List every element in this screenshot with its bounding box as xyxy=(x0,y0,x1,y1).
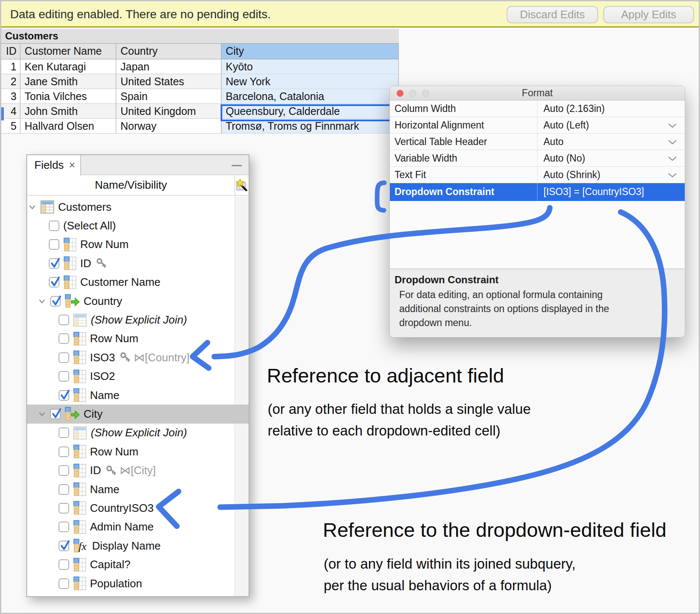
table-cell[interactable]: John Smith xyxy=(20,104,116,119)
format-row-value[interactable]: Auto (Shrink) xyxy=(538,167,685,183)
table-cell[interactable]: 2 xyxy=(1,74,20,89)
checkbox-checked[interactable] xyxy=(49,258,59,269)
close-icon[interactable]: × xyxy=(69,159,75,171)
col-icon xyxy=(73,501,86,515)
fields-tab-bar: Fields× xyxy=(27,155,249,175)
field-item-customer-name[interactable]: Customer Name xyxy=(27,273,249,292)
zoom-traffic-light-icon[interactable] xyxy=(422,90,429,97)
field-item-admin-name[interactable]: Admin Name xyxy=(27,518,249,536)
table-cell[interactable]: Tonia Vilches xyxy=(20,89,116,104)
field-item--show-explicit-join-[interactable]: (Show Explicit Join) xyxy=(27,310,249,329)
field-label: Capital? xyxy=(90,558,130,571)
annotation-title-dropdown-field: Reference to the dropdown-edited field xyxy=(323,518,666,541)
checkbox-unchecked[interactable] xyxy=(59,503,69,514)
wand-cell[interactable] xyxy=(235,175,249,195)
format-row-value[interactable]: Auto xyxy=(538,134,685,150)
field-item-id[interactable]: ID⋈[City] xyxy=(27,461,249,480)
table-cell[interactable]: 1 xyxy=(1,59,20,74)
checkbox-unchecked[interactable] xyxy=(59,333,69,344)
magic-wand-icon xyxy=(236,179,248,192)
checkbox-unchecked[interactable] xyxy=(59,371,69,382)
table-cell[interactable]: United Kingdom xyxy=(116,104,221,119)
apply-edits-button[interactable]: Apply Edits xyxy=(603,6,694,23)
table-cell[interactable]: 3 xyxy=(1,89,20,104)
field-item-row-num[interactable]: Row Num xyxy=(27,235,249,254)
checkbox-unchecked[interactable] xyxy=(49,220,59,231)
field-item-iso3[interactable]: ISO3⋈[Country] xyxy=(27,348,249,367)
minimize-traffic-light-icon[interactable] xyxy=(409,90,416,97)
checkbox-unchecked[interactable] xyxy=(59,484,69,495)
field-item--select-all-[interactable]: (Select All) xyxy=(27,216,249,235)
column-header-country[interactable]: Country xyxy=(116,44,221,59)
table-cell[interactable]: 4 xyxy=(1,104,20,119)
checkbox-unchecked[interactable] xyxy=(59,315,69,325)
table-cell[interactable]: Hallvard Olsen xyxy=(20,119,116,134)
format-title-bar[interactable]: Format xyxy=(390,86,685,100)
close-traffic-light-icon[interactable] xyxy=(397,90,403,97)
column-header-customer-name[interactable]: Customer Name xyxy=(20,44,116,59)
table-cell[interactable]: Jane Smith xyxy=(20,74,116,89)
field-item-row-num[interactable]: Row Num xyxy=(27,329,249,348)
minimize-icon[interactable] xyxy=(232,165,242,166)
checkbox-checked[interactable] xyxy=(49,277,59,287)
table-cell[interactable]: Ken Kutaragi xyxy=(20,59,116,74)
field-item-city[interactable]: City xyxy=(27,405,249,423)
format-row-label: Text Fit xyxy=(390,167,538,183)
table-cell[interactable]: United States xyxy=(116,74,221,89)
format-row-value[interactable]: Auto (2.163in) xyxy=(538,100,685,117)
table-cell[interactable]: Norway xyxy=(116,119,221,134)
checkbox-unchecked[interactable] xyxy=(59,352,69,363)
table-cell[interactable]: 5 xyxy=(1,119,20,134)
tab-fields[interactable]: Fields× xyxy=(27,155,81,176)
checkbox-unchecked[interactable] xyxy=(49,239,59,250)
column-header-city[interactable]: City xyxy=(221,44,399,59)
field-item-name[interactable]: Name xyxy=(27,480,249,499)
format-row-column-width[interactable]: Column WidthAuto (2.163in) xyxy=(390,100,685,117)
field-item-capital-[interactable]: Capital? xyxy=(27,555,249,574)
table-cell[interactable]: Kyōto xyxy=(221,59,399,74)
table-cell[interactable]: Japan xyxy=(116,59,221,74)
column-header-id[interactable]: ID xyxy=(1,44,20,59)
format-row-dropdown-constraint[interactable]: Dropdown Constraint[ISO3] = [CountryISO3… xyxy=(390,183,685,201)
field-item-countryiso3[interactable]: CountryISO3 xyxy=(27,499,249,517)
discard-edits-button[interactable]: Discard Edits xyxy=(507,6,598,23)
field-item-name[interactable]: Name xyxy=(27,386,249,405)
format-row-text-fit[interactable]: Text FitAuto (Shrink) xyxy=(390,167,685,183)
field-item--show-explicit-join-[interactable]: (Show Explicit Join) xyxy=(27,424,249,442)
checkbox-unchecked[interactable] xyxy=(59,559,69,570)
checkbox-unchecked[interactable] xyxy=(59,427,69,438)
format-row-label: Horizontal Alignment xyxy=(390,117,538,133)
field-item-population[interactable]: Population xyxy=(27,574,249,593)
table-cell[interactable]: Spain xyxy=(116,89,221,104)
table-cell[interactable]: New York xyxy=(221,74,399,89)
checkbox-unchecked[interactable] xyxy=(59,447,69,457)
checkbox-checked[interactable] xyxy=(59,541,69,551)
format-row-horizontal-alignment[interactable]: Horizontal AlignmentAuto (Left) xyxy=(390,117,685,134)
field-item-id[interactable]: ID xyxy=(27,254,249,273)
field-item-country[interactable]: Country xyxy=(27,292,249,310)
checkbox-checked[interactable] xyxy=(50,409,61,419)
chevron-down-icon[interactable] xyxy=(28,203,36,211)
format-row-vertical-table-header[interactable]: Vertical Table HeaderAuto xyxy=(390,134,685,150)
chevron-down-icon[interactable] xyxy=(38,410,46,418)
field-item-customers[interactable]: Customers xyxy=(27,198,249,216)
field-label: Row Num xyxy=(80,238,129,251)
checkbox-unchecked[interactable] xyxy=(59,465,69,476)
field-item-row-num[interactable]: Row Num xyxy=(27,442,249,461)
checkbox-unchecked[interactable] xyxy=(59,522,69,532)
col-icon xyxy=(73,388,86,402)
table-cell[interactable]: Barcelona, Catalonia xyxy=(221,89,399,104)
checkbox-unchecked[interactable] xyxy=(59,578,69,589)
format-row-value[interactable]: Auto (No) xyxy=(538,150,685,166)
field-item-display-name[interactable]: fxDisplay Name xyxy=(27,536,249,555)
join-reference: ⋈[City] xyxy=(120,464,156,477)
chevron-down-icon xyxy=(668,156,677,161)
field-item-iso2[interactable]: ISO2 xyxy=(27,367,249,386)
checkbox-checked[interactable] xyxy=(50,296,61,307)
checkbox-checked[interactable] xyxy=(59,390,69,401)
format-row-variable-width[interactable]: Variable WidthAuto (No) xyxy=(390,150,685,167)
chevron-down-icon[interactable] xyxy=(38,297,46,305)
field-label: Row Num xyxy=(90,445,138,458)
format-row-value[interactable]: Auto (Left) xyxy=(538,117,685,133)
format-row-value[interactable]: [ISO3] = [CountryISO3] xyxy=(538,183,685,201)
